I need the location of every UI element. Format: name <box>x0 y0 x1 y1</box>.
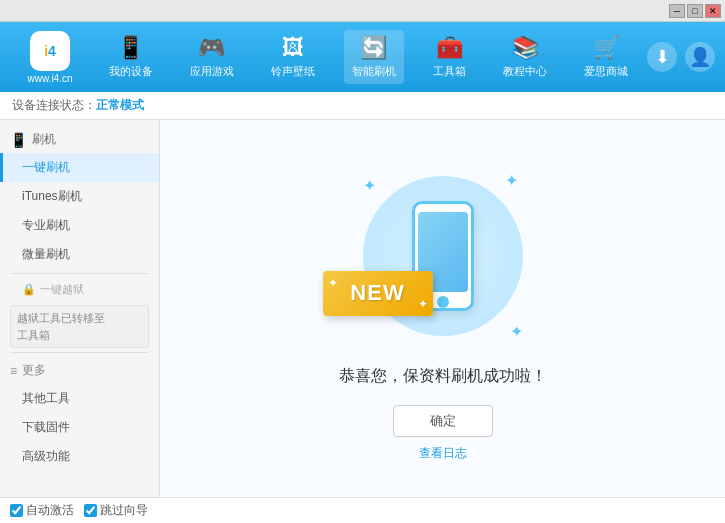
ribbon-body: ✦ NEW ✦ <box>323 271 433 316</box>
status-bar: 设备连接状态： 正常模式 <box>0 92 725 120</box>
tutorial-label: 教程中心 <box>503 64 547 79</box>
advanced-label: 高级功能 <box>22 449 70 463</box>
skip-wizard-label: 跳过向导 <box>100 502 148 519</box>
one-click-flash-label: 一键刷机 <box>22 160 70 174</box>
sidebar-info-box: 越狱工具已转移至工具箱 <box>10 305 149 348</box>
micro-flash-label: 微量刷机 <box>22 247 70 261</box>
status-value: 正常模式 <box>96 97 144 114</box>
smart-flash-label: 智能刷机 <box>352 64 396 79</box>
main-area: 📱 刷机 一键刷机 iTunes刷机 专业刷机 微量刷机 🔒 一键越狱 越狱工 <box>0 120 725 497</box>
sidebar-item-one-click-flash[interactable]: 一键刷机 <box>0 153 159 182</box>
download-firmware-label: 下载固件 <box>22 420 70 434</box>
logo-url: www.i4.cn <box>27 73 72 84</box>
ringtone-icon: 🖼 <box>282 35 304 61</box>
shop-icon: 🛒 <box>593 35 620 61</box>
toolbox-icon: 🧰 <box>436 35 463 61</box>
sidebar-divider-2 <box>10 352 149 353</box>
maximize-btn[interactable]: □ <box>687 4 703 18</box>
device-panel: 自动激活 跳过向导 📱 iPhone 12 mini 64GB Down-12m… <box>0 497 725 523</box>
smart-flash-icon: 🔄 <box>360 35 387 61</box>
title-bar: ─ □ ✕ <box>0 0 725 22</box>
sidebar-item-itunes-flash[interactable]: iTunes刷机 <box>0 182 159 211</box>
nav-shop[interactable]: 🛒 爱思商城 <box>576 30 636 84</box>
nav-apps-games[interactable]: 🎮 应用游戏 <box>182 30 242 84</box>
close-btn[interactable]: ✕ <box>705 4 721 18</box>
phone-illustration: ✦ ✦ ✦ ✦ NEW ✦ <box>343 156 543 356</box>
nav-bar: 📱 我的设备 🎮 应用游戏 🖼 铃声壁纸 🔄 智能刷机 🧰 工具箱 📚 <box>90 30 647 84</box>
checkbox-row: 自动激活 跳过向导 <box>0 498 725 523</box>
apps-games-label: 应用游戏 <box>190 64 234 79</box>
new-ribbon: ✦ NEW ✦ <box>323 271 443 326</box>
sidebar: 📱 刷机 一键刷机 iTunes刷机 专业刷机 微量刷机 🔒 一键越狱 越狱工 <box>0 120 160 497</box>
sidebar-divider-1 <box>10 273 149 274</box>
sparkle-br: ✦ <box>510 322 523 341</box>
flash-section-icon: 📱 <box>10 132 27 148</box>
nav-ringtone[interactable]: 🖼 铃声壁纸 <box>263 30 323 84</box>
success-message: 恭喜您，保资料刷机成功啦！ <box>339 366 547 387</box>
status-label: 设备连接状态： <box>12 97 96 114</box>
header-right: ⬇ 👤 <box>647 42 715 72</box>
itunes-flash-label: iTunes刷机 <box>22 189 82 203</box>
jailbreak-label: 一键越狱 <box>40 282 84 297</box>
confirm-button[interactable]: 确定 <box>393 405 493 437</box>
more-icon: ≡ <box>10 364 17 378</box>
sidebar-item-other-tools[interactable]: 其他工具 <box>0 384 159 413</box>
shop-label: 爱思商城 <box>584 64 628 79</box>
more-label: 更多 <box>22 362 46 379</box>
content-area: ✦ ✦ ✦ ✦ NEW ✦ 恭喜您，保资料刷机成功啦！ <box>160 120 725 497</box>
ribbon-star-right: ✦ <box>418 297 428 311</box>
sidebar-more-section: ≡ 更多 <box>0 357 159 384</box>
ribbon-star-left: ✦ <box>328 276 338 290</box>
sidebar-item-pro-flash[interactable]: 专业刷机 <box>0 211 159 240</box>
toolbox-label: 工具箱 <box>433 64 466 79</box>
auto-activate-input[interactable] <box>10 504 23 517</box>
my-device-icon: 📱 <box>117 35 144 61</box>
skip-wizard-checkbox[interactable]: 跳过向导 <box>84 502 148 519</box>
sidebar-item-advanced[interactable]: 高级功能 <box>0 442 159 471</box>
user-btn[interactable]: 👤 <box>685 42 715 72</box>
sidebar-jailbreak-section: 🔒 一键越狱 <box>0 278 159 301</box>
sidebar-item-micro-flash[interactable]: 微量刷机 <box>0 240 159 269</box>
lock-icon: 🔒 <box>22 283 36 296</box>
nav-toolbox[interactable]: 🧰 工具箱 <box>425 30 474 84</box>
nav-tutorial[interactable]: 📚 教程中心 <box>495 30 555 84</box>
nav-my-device[interactable]: 📱 我的设备 <box>101 30 161 84</box>
sidebar-flash-section: 📱 刷机 <box>0 126 159 153</box>
auto-activate-checkbox[interactable]: 自动激活 <box>10 502 74 519</box>
my-device-label: 我的设备 <box>109 64 153 79</box>
apps-games-icon: 🎮 <box>198 35 225 61</box>
sparkle-tr: ✦ <box>505 171 518 190</box>
header: i4 www.i4.cn 📱 我的设备 🎮 应用游戏 🖼 铃声壁纸 🔄 智能刷机 <box>0 22 725 92</box>
view-log-link[interactable]: 查看日志 <box>419 445 467 462</box>
ringtone-label: 铃声壁纸 <box>271 64 315 79</box>
logo-icon: i4 <box>30 31 70 71</box>
auto-activate-label: 自动激活 <box>26 502 74 519</box>
nav-smart-flash[interactable]: 🔄 智能刷机 <box>344 30 404 84</box>
logo[interactable]: i4 www.i4.cn <box>10 31 90 84</box>
info-box-text: 越狱工具已转移至工具箱 <box>17 312 105 341</box>
download-btn[interactable]: ⬇ <box>647 42 677 72</box>
flash-section-label: 刷机 <box>32 131 56 148</box>
skip-wizard-input[interactable] <box>84 504 97 517</box>
tutorial-icon: 📚 <box>512 35 539 61</box>
minimize-btn[interactable]: ─ <box>669 4 685 18</box>
sidebar-item-download-firmware[interactable]: 下载固件 <box>0 413 159 442</box>
sparkle-tl: ✦ <box>363 176 376 195</box>
other-tools-label: 其他工具 <box>22 391 70 405</box>
ribbon-text: NEW <box>350 280 404 306</box>
pro-flash-label: 专业刷机 <box>22 218 70 232</box>
